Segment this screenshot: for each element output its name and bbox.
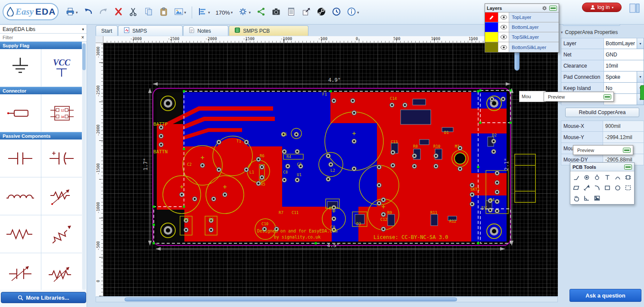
layer-color-swatch[interactable] <box>485 22 498 32</box>
rebuild-copper-area-button[interactable]: Rebuild CopperArea <box>565 108 639 117</box>
library-item-trimmer-capacitor[interactable] <box>0 253 41 290</box>
library-item-varistor[interactable] <box>41 177 82 215</box>
copper-area-tool[interactable] <box>623 183 633 192</box>
paste-button[interactable] <box>159 7 168 18</box>
redo-button[interactable] <box>99 7 108 18</box>
text-tool[interactable] <box>603 173 612 182</box>
library-section-header[interactable]: Connector <box>0 87 82 94</box>
sidebar-scrollbar[interactable] <box>82 43 86 290</box>
library-item-capacitor[interactable] <box>0 140 41 177</box>
curve-tool[interactable] <box>592 183 602 192</box>
dropdown-caret-icon[interactable]: ▾ <box>208 10 210 15</box>
login-button[interactable]: log in ▾ <box>582 3 622 12</box>
easyeda-logo[interactable]: Easy EDA <box>3 3 59 20</box>
property-input[interactable]: GND <box>604 49 644 60</box>
layer-visibility-eye-icon[interactable] <box>498 12 509 22</box>
measure-tool[interactable] <box>582 193 591 203</box>
filter-input[interactable] <box>0 35 79 40</box>
panel-layout-icon[interactable] <box>629 3 640 13</box>
align-button[interactable]: ▾ <box>198 7 210 18</box>
libs-dropdown[interactable]: EasyEDA Libs ▾ <box>0 25 87 34</box>
dropdown-caret-icon[interactable]: ▾ <box>76 10 78 15</box>
tab-smps-pcb[interactable]: SMPS PCB <box>229 25 308 36</box>
undo-button[interactable] <box>84 7 93 18</box>
pcb-tools-header[interactable]: PCB Tools <box>570 163 634 171</box>
via-tool[interactable] <box>592 173 602 182</box>
library-item-ground-flag[interactable] <box>0 49 41 87</box>
solid-region-tool[interactable] <box>572 183 581 192</box>
layer-name-label[interactable]: TopSilkLayer <box>509 32 559 42</box>
sidebar-scrollbar-thumb[interactable] <box>82 43 86 70</box>
edge-green-strip[interactable] <box>640 85 644 100</box>
tab-notes[interactable]: Notes <box>183 25 228 36</box>
track-tool[interactable] <box>572 173 581 182</box>
layer-visibility-eye-icon[interactable] <box>498 22 509 32</box>
snapshot-button[interactable] <box>271 7 281 18</box>
library-item-capacitor-polarized[interactable] <box>41 140 82 177</box>
zoom-level-control[interactable]: 170%▾ <box>216 9 233 16</box>
footprint-tool[interactable] <box>623 173 633 182</box>
layer-name-label[interactable]: BottomLayer <box>509 22 559 32</box>
copper-area-properties-header[interactable]: ▾ CopperArea Properties <box>561 28 644 37</box>
library-section-header[interactable]: Supply Flag <box>0 42 82 49</box>
export-button[interactable] <box>302 7 311 18</box>
dropdown-arrow-button[interactable]: ▾ <box>637 38 644 49</box>
layers-collapse-icon[interactable] <box>549 6 557 11</box>
library-item-photoresistor[interactable] <box>41 215 82 253</box>
tab-start[interactable]: Start <box>96 25 118 36</box>
layer-visibility-eye-icon[interactable] <box>498 32 509 42</box>
canvas-hscrollbar-thumb[interactable] <box>124 298 457 301</box>
library-item-vcc-flag[interactable]: VCC <box>41 49 82 87</box>
library-section-header[interactable]: Passive Components <box>0 132 82 140</box>
open-button[interactable]: ▾ <box>65 7 78 18</box>
preview-toggle-icon[interactable] <box>604 94 611 99</box>
pcb-canvas[interactable]: 4.9"4.5"1.7"2.1"BATTPBATTNT1C2C6R6R4C7C8… <box>96 43 558 296</box>
copy-button[interactable] <box>144 7 153 18</box>
dropdown-arrow-button[interactable]: ▾ <box>637 71 644 82</box>
layer-color-swatch[interactable] <box>485 12 498 22</box>
steam-button[interactable] <box>317 7 326 18</box>
help-button[interactable]: ▾ <box>347 7 359 18</box>
drag-tool[interactable] <box>572 193 581 203</box>
layer-visibility-eye-icon[interactable] <box>498 42 509 52</box>
ask-question-button[interactable]: Ask a question <box>569 289 641 302</box>
library-item-connector-2pin[interactable] <box>0 94 41 132</box>
library-item-inductor[interactable] <box>0 177 41 215</box>
layer-name-label[interactable]: TopLayer <box>509 12 559 22</box>
layer-row-toplayer[interactable]: TopLayer <box>485 12 559 22</box>
tab-smps[interactable]: SMPS <box>118 25 183 36</box>
library-item-pin-header-2x2[interactable]: 1234 <box>41 94 82 132</box>
property-input[interactable]: 10mil <box>604 60 644 71</box>
export-image-button[interactable]: ▾ <box>174 7 187 18</box>
cut-button[interactable] <box>129 7 138 18</box>
image-tool[interactable] <box>592 193 602 203</box>
library-item-resistor[interactable] <box>0 215 41 253</box>
pcb-tools-collapse-icon[interactable] <box>624 164 632 170</box>
layer-row-bottomlayer[interactable]: BottomLayer <box>485 22 559 32</box>
layer-name-label[interactable]: BottomSilkLayer <box>509 42 559 52</box>
layer-color-swatch[interactable] <box>485 42 498 52</box>
settings-button[interactable]: ▾ <box>238 7 251 18</box>
dropdown-caret-icon[interactable]: ▾ <box>184 10 187 15</box>
delete-button[interactable] <box>114 7 123 18</box>
layer-row-topsilklayer[interactable]: TopSilkLayer <box>485 32 559 42</box>
history-button[interactable] <box>332 7 341 18</box>
canvas-hscrollbar[interactable] <box>96 297 558 302</box>
rect-tool[interactable] <box>603 183 612 192</box>
property-select[interactable]: Spoke▾ <box>604 71 644 83</box>
circle-tool[interactable] <box>613 183 622 192</box>
layer-color-swatch[interactable] <box>485 32 498 42</box>
dropdown-caret-icon[interactable]: ▾ <box>357 10 359 15</box>
dropdown-caret-icon[interactable]: ▾ <box>249 10 251 15</box>
share-button[interactable] <box>256 7 266 18</box>
arc-tool[interactable] <box>613 173 622 182</box>
property-select[interactable]: BottomLayer▾ <box>604 38 644 49</box>
library-item-potentiometer[interactable] <box>41 253 82 290</box>
pad-tool[interactable] <box>582 173 591 182</box>
layers-settings-gear-icon[interactable] <box>541 5 548 11</box>
dimension-tool[interactable] <box>582 183 591 192</box>
clear-filter-icon[interactable]: × <box>79 34 87 40</box>
dropdown-caret-icon[interactable]: ▾ <box>231 10 233 15</box>
preview-toggle-icon[interactable] <box>623 148 631 153</box>
bom-button[interactable] <box>286 7 296 18</box>
